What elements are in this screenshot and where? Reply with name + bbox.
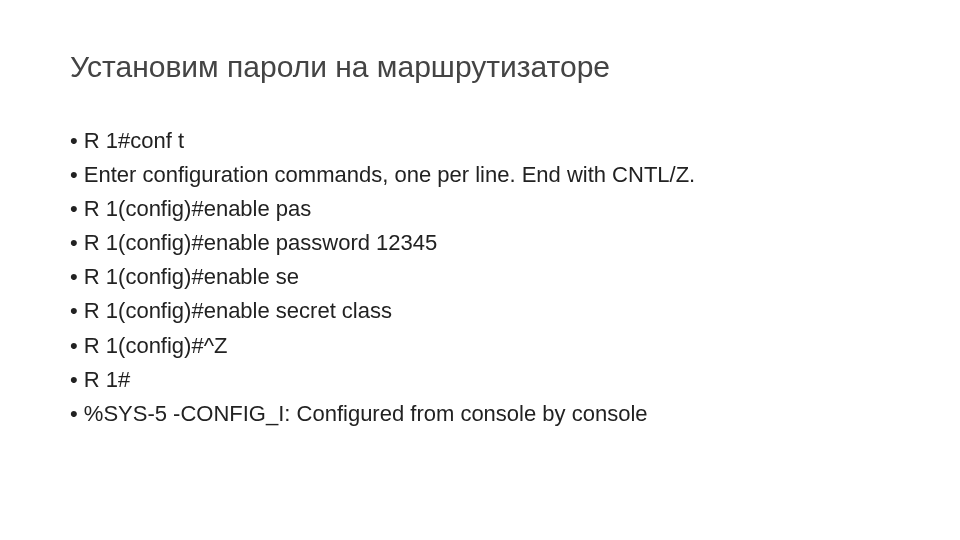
list-item: R 1#conf t bbox=[70, 124, 890, 158]
list-item: %SYS-5 -CONFIG_I: Configured from consol… bbox=[70, 397, 890, 431]
list-item: R 1(config)#^Z bbox=[70, 329, 890, 363]
list-item: R 1(config)#enable secret class bbox=[70, 294, 890, 328]
list-item: R 1(config)#enable se bbox=[70, 260, 890, 294]
bullet-list: R 1#conf t Enter configuration commands,… bbox=[70, 124, 890, 431]
list-item: R 1# bbox=[70, 363, 890, 397]
list-item: R 1(config)#enable pas bbox=[70, 192, 890, 226]
page-title: Установим пароли на маршрутизаторе bbox=[70, 50, 890, 84]
list-item: Enter configuration commands, one per li… bbox=[70, 158, 890, 192]
list-item: R 1(config)#enable password 12345 bbox=[70, 226, 890, 260]
